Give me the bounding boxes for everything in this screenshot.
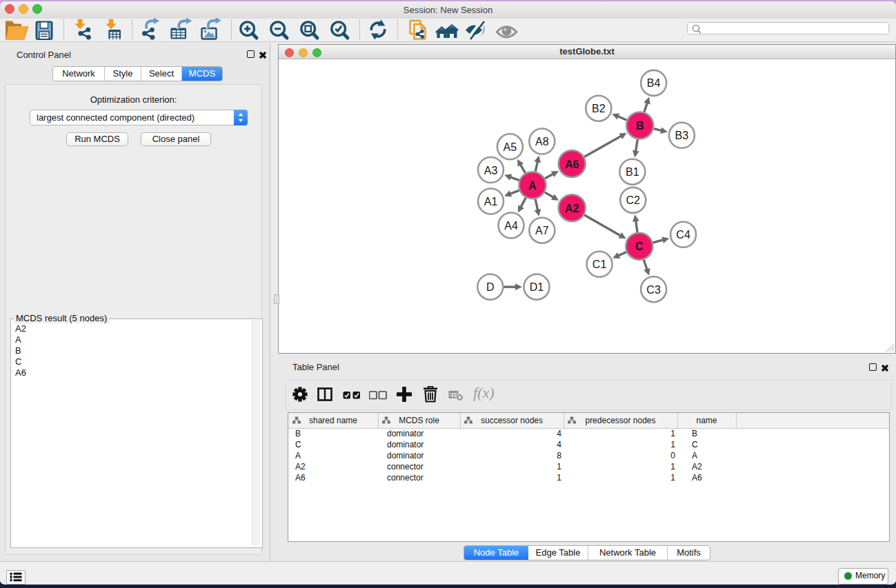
svg-text:A4: A4: [504, 220, 518, 232]
svg-text:B: B: [636, 120, 644, 132]
svg-text:A1: A1: [484, 196, 498, 207]
svg-text:B3: B3: [675, 130, 689, 141]
svg-text:A7: A7: [535, 225, 549, 236]
svg-text:A6: A6: [565, 159, 579, 170]
svg-text:A3: A3: [484, 165, 498, 176]
svg-text:C4: C4: [676, 229, 690, 241]
svg-text:C: C: [635, 241, 644, 252]
svg-text:C1: C1: [593, 258, 607, 270]
svg-text:D: D: [486, 281, 495, 293]
svg-text:B2: B2: [592, 103, 606, 114]
svg-text:A2: A2: [565, 203, 579, 214]
svg-text:D1: D1: [530, 281, 544, 293]
svg-text:A5: A5: [504, 141, 517, 153]
svg-text:A: A: [528, 180, 537, 192]
svg-text:C2: C2: [626, 194, 640, 206]
svg-text:A8: A8: [535, 136, 549, 148]
svg-text:B1: B1: [626, 166, 639, 178]
svg-text:C3: C3: [646, 284, 661, 296]
svg-text:B4: B4: [647, 77, 661, 89]
